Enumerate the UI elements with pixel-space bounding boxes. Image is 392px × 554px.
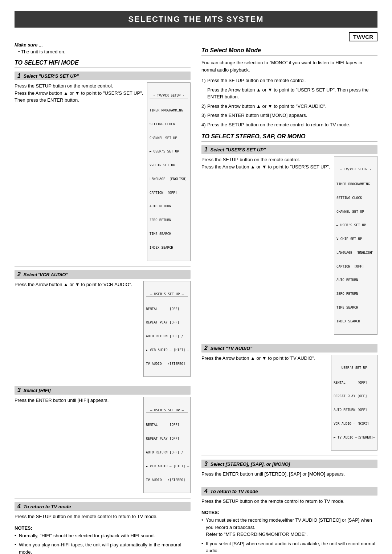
stereo-notes-list: You must select the recording mode,eithe… xyxy=(201,517,377,554)
mono-intro: You can change the selection to "MONO" i… xyxy=(201,59,377,73)
hifi-step-1-header: 1 Select "USER'S SET UP" xyxy=(15,72,191,80)
hifi-step-2-menu: – USER'S SET UP – RENTAL [OFF] REPEAT PL… xyxy=(143,281,191,377)
hifi-step-4: 4 To return to TV mode Press the SETUP b… xyxy=(15,502,191,520)
mono-step-1: 1) Press the SETUP button on the remote … xyxy=(201,77,377,84)
hifi-step-4-header: 4 To return to TV mode xyxy=(15,502,191,511)
hifi-section-title: TO SELECT HIFI MODE xyxy=(15,60,191,68)
hifi-step-3-text: Press the ENTER button until [HIFI] appe… xyxy=(15,397,140,404)
stereo-note-2: If you select [SAP] when second audio is… xyxy=(201,540,377,554)
mono-section-title: To Select Mono Mode xyxy=(201,47,377,56)
mono-steps-list: 1) Press the SETUP button on the remote … xyxy=(201,77,377,128)
hifi-step-2: 2 Select"VCR AUDIO" Press the Arrow butt… xyxy=(15,270,191,377)
stereo-step-2-menu: – USER'S SET UP – RENTAL [OFF] REPEAT PL… xyxy=(331,355,377,451)
hifi-step-3-header: 3 Select [HIFI] xyxy=(15,386,191,395)
mono-step-3: 3) Press the ENTER button until [MONO] a… xyxy=(201,112,377,119)
mono-step-1b: Press the Arrow button ▲ or ▼ to point t… xyxy=(200,86,377,101)
hifi-notes-list: Normally, "HIFI" should be selected for … xyxy=(15,532,191,554)
stereo-step-2: 2 Select "TV AUDIO" Press the Arrow butt… xyxy=(201,344,377,451)
make-sure-item: • The unit is turned on. xyxy=(18,49,191,54)
hifi-notes-title: NOTES: xyxy=(15,525,191,531)
stereo-notes: NOTES: You must select the recording mod… xyxy=(201,510,377,554)
hifi-note-2: When you play non-HIFI tapes, the unit w… xyxy=(15,541,191,554)
hifi-step-3-menu: – USER'S SET UP – RENTAL [OFF] REPEAT PL… xyxy=(143,397,191,493)
stereo-step-4-header: 4 To return to TV mode xyxy=(201,487,377,496)
stereo-step-1-text: Press the SETUP button on the remote con… xyxy=(201,156,330,170)
hifi-notes: NOTES: Normally, "HIFI" should be select… xyxy=(15,525,191,554)
stereo-step-3-header: 3 Select [STEREO], [SAP], or [MONO] xyxy=(201,460,377,468)
tv-vcr-badge: TV/VCR xyxy=(349,32,377,41)
stereo-step-3: 3 Select [STEREO], [SAP], or [MONO] Pres… xyxy=(201,460,377,478)
mono-step-2: 2) Press the Arrow button ▲ or ▼ to poin… xyxy=(201,103,377,110)
mono-step-4: 4) Press the SETUP button on the remote … xyxy=(201,121,377,129)
stereo-step-3-text: Press the ENTER button until [STEREO], [… xyxy=(201,471,377,478)
hifi-step-1-text: Press the SETUP button on the remote con… xyxy=(15,82,143,104)
stereo-note-1: You must select the recording mode,eithe… xyxy=(201,517,377,538)
right-column: To Select Mono Mode You can change the s… xyxy=(201,42,377,554)
stereo-section-title: TO SELECT STEREO, SAP, OR MONO xyxy=(201,133,377,142)
hifi-step-4-text: Press the SETUP button on the remote con… xyxy=(15,513,191,520)
hifi-step-2-text: Press the Arrow button ▲ or ▼ to point t… xyxy=(15,281,140,288)
stereo-step-1-menu: - TV/VCR SETUP - TIMER PROGRAMMING SETTI… xyxy=(334,156,377,335)
hifi-step-2-header: 2 Select"VCR AUDIO" xyxy=(15,270,191,279)
stereo-step-4: 4 To return to TV mode Press the SETUP b… xyxy=(201,487,377,505)
make-sure-label: Make sure ... xyxy=(15,42,191,48)
stereo-step-1: 1 Select "USER'S SET UP" Press the SETUP… xyxy=(201,145,377,335)
stereo-step-2-header: 2 Select "TV AUDIO" xyxy=(201,344,377,353)
stereo-step-2-text: Press the Arrow button ▲ or ▼ to point t… xyxy=(201,355,327,362)
page-title: SELECTING THE MTS SYSTEM xyxy=(15,11,377,28)
stereo-step-1-header: 1 Select "USER'S SET UP" xyxy=(201,145,377,154)
stereo-step-4-text: Press the SETUP button on the remote con… xyxy=(201,498,377,505)
hifi-step-3: 3 Select [HIFI] Press the ENTER button u… xyxy=(15,386,191,493)
left-column: Make sure ... • The unit is turned on. T… xyxy=(15,42,191,554)
hifi-step-1: 1 Select "USER'S SET UP" Press the SETUP… xyxy=(15,72,191,261)
hifi-note-1: Normally, "HIFI" should be selected for … xyxy=(15,532,191,539)
hifi-step-1-menu: - TV/VCR SETUP - TIMER PROGRAMMING SETTI… xyxy=(147,82,191,261)
stereo-notes-title: NOTES: xyxy=(201,510,377,515)
